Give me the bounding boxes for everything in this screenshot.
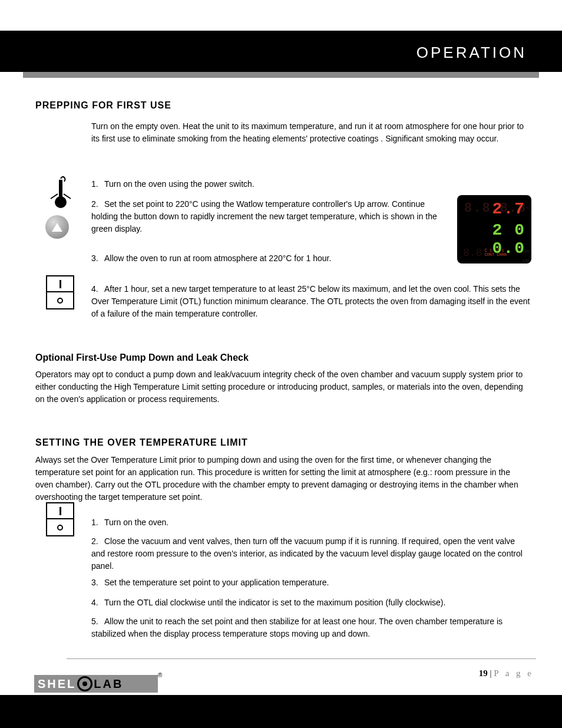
sep: | bbox=[488, 668, 494, 678]
otl-step2: 2.Close the vacuum and vent valves, then… bbox=[91, 535, 530, 572]
otl-step3: 3.Set the temperature set point to your … bbox=[91, 577, 530, 589]
circle-icon bbox=[57, 525, 63, 531]
up-arrow-button-icon bbox=[45, 215, 69, 239]
watlow-controller-display: 8.8.8.8 2.7 C 2 0 0.0 8.8 C 1 CONT C 1 C… bbox=[457, 195, 531, 263]
text: to eliminate smoking from the heating el… bbox=[133, 134, 379, 143]
svg-rect-1 bbox=[59, 180, 62, 200]
page-number: 19 | P a g e bbox=[479, 668, 534, 678]
text: Allow the oven to run at room atmosphere… bbox=[104, 253, 283, 263]
logo-circle-icon bbox=[77, 676, 92, 691]
optional-paragraph: Operators may opt to conduct a pump down… bbox=[35, 368, 530, 406]
registered-mark: ® bbox=[158, 672, 162, 678]
footer-rule bbox=[67, 658, 536, 659]
text: After 1 hour, set a new target temperatu… bbox=[104, 284, 306, 294]
label-l22: L22 bbox=[523, 259, 529, 262]
circle-icon bbox=[57, 298, 63, 304]
switch-bottom bbox=[47, 292, 73, 308]
section-title-optional: Optional First-Use Pump Down and Leak Ch… bbox=[35, 353, 249, 363]
footer-bar bbox=[0, 695, 562, 728]
page-word: P a g e bbox=[494, 668, 534, 678]
process-temp-display: 2.7 bbox=[463, 200, 525, 218]
text: Set the temperature set point to your ap… bbox=[104, 578, 329, 587]
prepping-step1: 1.Turn on the oven using the power switc… bbox=[91, 178, 442, 190]
bar-icon bbox=[59, 507, 61, 515]
switch-bottom bbox=[47, 519, 73, 535]
header-underline bbox=[23, 72, 539, 78]
prepping-intro: Turn on the empty oven. Heat the unit to… bbox=[91, 120, 530, 145]
text: Close the vacuum and vent valves, then t… bbox=[104, 536, 515, 546]
text: and restore room pressure to the oven's bbox=[91, 549, 237, 558]
text: Turn on the oven. bbox=[104, 518, 168, 527]
bar-icon bbox=[59, 280, 61, 288]
header-title: OPERATION bbox=[416, 44, 527, 62]
text: . Significant smoking may occur. bbox=[381, 134, 498, 143]
logo-text-shel: SHEL bbox=[38, 677, 76, 691]
power-switch-icon bbox=[46, 275, 74, 309]
prepping-step3: 3.Allow the oven to run at room atmosphe… bbox=[91, 252, 442, 265]
setpoint-display: 2 0 0.0 bbox=[463, 221, 525, 258]
unit-c: C bbox=[527, 206, 529, 209]
prepping-step2: 2.Set the set point to 220°C using the W… bbox=[91, 198, 448, 235]
power-switch-icon bbox=[46, 502, 74, 536]
text: using the Watlow temperature controller'… bbox=[201, 199, 352, 209]
text: Turn on the oven using the power switch. bbox=[104, 179, 254, 189]
text: the oven's application or process bbox=[47, 394, 166, 404]
switch-top bbox=[47, 503, 73, 519]
label-l21: L21 bbox=[523, 249, 529, 253]
text: Allow the unit to reach the set point an… bbox=[91, 617, 503, 638]
text: Turn the OTL dial clockwise until the in… bbox=[104, 598, 445, 607]
shel-lab-logo: SHEL LAB bbox=[34, 675, 158, 693]
section-title-prepping: PREPPING FOR FIRST USE bbox=[35, 100, 171, 111]
section-title-otl: SETTING THE OVER TEMPERATURE LIMIT bbox=[35, 437, 248, 448]
otl-step1: 1.Turn on the oven. bbox=[91, 516, 530, 529]
text: Set the set point to 220 bbox=[104, 199, 189, 209]
text: C bbox=[193, 199, 199, 209]
page-num-value: 19 bbox=[479, 668, 488, 678]
thermometer-icon bbox=[46, 174, 75, 209]
otl-intro: Always set the Over Temperature Limit pr… bbox=[35, 454, 530, 503]
otl-step4: 4.Turn the OTL dial clockwise until the … bbox=[91, 597, 530, 609]
logo-dot bbox=[82, 681, 87, 686]
prepping-step4: 4.After 1 hour, set a new target tempera… bbox=[91, 283, 530, 320]
otl-step5: 5.Allow the unit to reach the set point … bbox=[91, 615, 530, 640]
logo-text-lab: LAB bbox=[94, 677, 123, 691]
switch-top bbox=[47, 276, 73, 292]
text: C for 1 hour. bbox=[286, 253, 331, 263]
triangle-icon bbox=[52, 223, 62, 232]
text: requirements. bbox=[169, 394, 220, 404]
